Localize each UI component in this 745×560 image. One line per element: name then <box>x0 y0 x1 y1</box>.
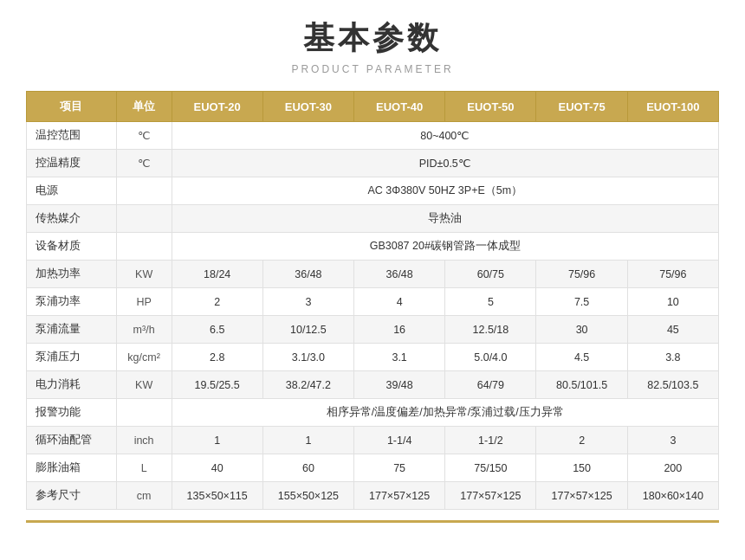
table-cell: 1-1/2 <box>445 427 536 454</box>
parameter-table: 项目单位EUOT-20EUOT-30EUOT-40EUOT-50EUOT-75E… <box>26 91 719 510</box>
table-cell: 2 <box>172 288 262 316</box>
table-cell: kg/cm² <box>116 344 172 371</box>
table-row: 泵浦功率HP23457.510 <box>27 288 719 316</box>
table-cell: 155×50×125 <box>262 482 353 510</box>
table-header-cell: EUOT-20 <box>172 92 262 122</box>
table-cell: 循环油配管 <box>27 427 117 454</box>
table-cell: 75/96 <box>627 261 718 288</box>
table-cell: 36/48 <box>354 261 445 288</box>
table-cell: 3.1/3.0 <box>262 344 353 371</box>
table-cell: KW <box>116 261 172 288</box>
table-cell: 19.5/25.5 <box>172 371 262 399</box>
table-cell: 150 <box>536 454 627 482</box>
table-cell: 电源 <box>27 177 117 205</box>
table-cell: 6.5 <box>172 316 262 344</box>
table-cell: 加热功率 <box>27 261 117 288</box>
table-cell: 5.0/4.0 <box>445 344 536 371</box>
table-cell: GB3087 20#碳钢管路一体成型 <box>172 233 718 261</box>
table-cell: 80.5/101.5 <box>536 371 627 399</box>
table-cell: 导热油 <box>172 205 718 233</box>
table-row: 电力消耗KW19.5/25.538.2/47.239/4864/7980.5/1… <box>27 371 719 399</box>
table-cell: 1-1/4 <box>354 427 445 454</box>
page-title: 基本参数 <box>303 17 442 60</box>
table-cell: 38.2/47.2 <box>262 371 353 399</box>
table-row: 泵浦压力kg/cm²2.83.1/3.03.15.0/4.04.53.8 <box>27 344 719 371</box>
table-cell: AC 3Φ380V 50HZ 3P+E（5m） <box>172 177 718 205</box>
table-cell: 64/79 <box>445 371 536 399</box>
table-cell: 18/24 <box>172 261 262 288</box>
table-cell: 5 <box>445 288 536 316</box>
table-cell: 1 <box>262 427 353 454</box>
table-cell: 60/75 <box>445 261 536 288</box>
table-cell: 30 <box>536 316 627 344</box>
table-cell: 相序异常/温度偏差/加热异常/泵浦过载/压力异常 <box>172 399 718 427</box>
table-cell: 75/150 <box>445 454 536 482</box>
table-cell: 2 <box>536 427 627 454</box>
table-cell: ℃ <box>116 122 172 150</box>
table-row: 参考尺寸cm135×50×115155×50×125177×57×125177×… <box>27 482 719 510</box>
table-cell: inch <box>116 427 172 454</box>
table-cell: 45 <box>627 316 718 344</box>
table-header: 项目单位EUOT-20EUOT-30EUOT-40EUOT-50EUOT-75E… <box>27 92 719 122</box>
table-cell <box>116 233 172 261</box>
table-body: 温控范围℃80~400℃控温精度℃PID±0.5℃电源AC 3Φ380V 50H… <box>27 122 719 510</box>
table-cell: cm <box>116 482 172 510</box>
table-cell: 36/48 <box>262 261 353 288</box>
table-row: 报警功能相序异常/温度偏差/加热异常/泵浦过载/压力异常 <box>27 399 719 427</box>
table-cell: 控温精度 <box>27 150 117 177</box>
table-row: 传热媒介导热油 <box>27 205 719 233</box>
table-header-cell: EUOT-50 <box>445 92 536 122</box>
table-row: 控温精度℃PID±0.5℃ <box>27 150 719 177</box>
table-cell: 泵浦压力 <box>27 344 117 371</box>
table-cell: PID±0.5℃ <box>172 150 718 177</box>
table-cell: 电力消耗 <box>27 371 117 399</box>
table-cell: 参考尺寸 <box>27 482 117 510</box>
table-cell: 3 <box>627 427 718 454</box>
table-cell: 180×60×140 <box>627 482 718 510</box>
table-cell: 12.5/18 <box>445 316 536 344</box>
table-cell: 177×57×125 <box>354 482 445 510</box>
table-cell: 膨胀油箱 <box>27 454 117 482</box>
table-cell: L <box>116 454 172 482</box>
table-cell: 4 <box>354 288 445 316</box>
page-subtitle: PRODUCT PARAMETER <box>291 63 453 75</box>
table-cell <box>116 177 172 205</box>
table-cell: 82.5/103.5 <box>627 371 718 399</box>
table-cell: 传热媒介 <box>27 205 117 233</box>
table-row: 循环油配管inch111-1/41-1/223 <box>27 427 719 454</box>
table-header-cell: 项目 <box>27 92 117 122</box>
table-row: 温控范围℃80~400℃ <box>27 122 719 150</box>
table-cell: 177×57×125 <box>536 482 627 510</box>
table-cell: 4.5 <box>536 344 627 371</box>
table-cell: 设备材质 <box>27 233 117 261</box>
table-row: 膨胀油箱L40607575/150150200 <box>27 454 719 482</box>
table-cell: 40 <box>172 454 262 482</box>
table-header-cell: EUOT-100 <box>627 92 718 122</box>
table-cell: 1 <box>172 427 262 454</box>
table-cell: 泵浦功率 <box>27 288 117 316</box>
table-cell: 3.1 <box>354 344 445 371</box>
table-cell: 200 <box>627 454 718 482</box>
table-header-cell: EUOT-40 <box>354 92 445 122</box>
table-cell: HP <box>116 288 172 316</box>
table-cell: 177×57×125 <box>445 482 536 510</box>
table-cell: ℃ <box>116 150 172 177</box>
table-cell: m³/h <box>116 316 172 344</box>
table-cell: 135×50×115 <box>172 482 262 510</box>
table-cell: KW <box>116 371 172 399</box>
table-cell: 7.5 <box>536 288 627 316</box>
bottom-line <box>26 520 719 523</box>
table-cell: 80~400℃ <box>172 122 718 150</box>
table-row: 电源AC 3Φ380V 50HZ 3P+E（5m） <box>27 177 719 205</box>
table-cell: 60 <box>262 454 353 482</box>
table-cell: 75/96 <box>536 261 627 288</box>
table-cell <box>116 205 172 233</box>
table-row: 泵浦流量m³/h6.510/12.51612.5/183045 <box>27 316 719 344</box>
table-cell: 报警功能 <box>27 399 117 427</box>
table-row: 加热功率KW18/2436/4836/4860/7575/9675/96 <box>27 261 719 288</box>
table-row: 设备材质GB3087 20#碳钢管路一体成型 <box>27 233 719 261</box>
table-cell: 泵浦流量 <box>27 316 117 344</box>
table-header-cell: EUOT-75 <box>536 92 627 122</box>
table-cell: 2.8 <box>172 344 262 371</box>
table-cell <box>116 399 172 427</box>
